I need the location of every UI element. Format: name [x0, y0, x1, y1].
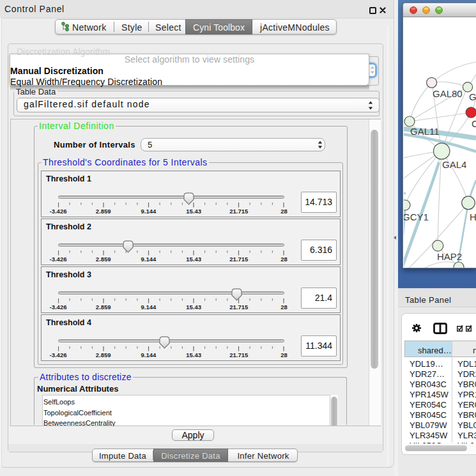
svg-text:GCY1: GCY1 — [404, 211, 429, 222]
svg-text:H: H — [470, 211, 476, 222]
svg-text:HAP2: HAP2 — [437, 251, 462, 262]
svg-text:GAL80: GAL80 — [433, 88, 463, 99]
svg-text:C: C — [472, 118, 476, 129]
svg-text:GAL4: GAL4 — [442, 159, 466, 170]
svg-text:GA: GA — [469, 91, 476, 102]
svg-text:GAL11: GAL11 — [410, 126, 440, 137]
